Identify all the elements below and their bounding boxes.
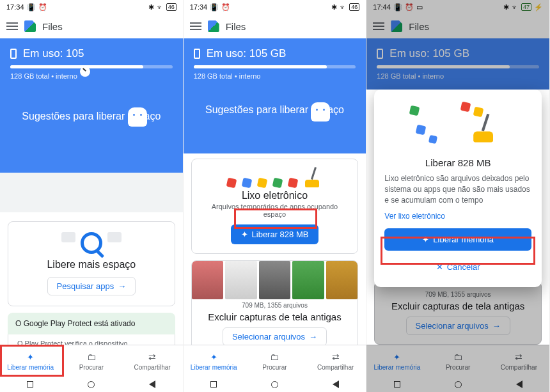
- recent-apps-button[interactable]: [27, 381, 33, 388]
- cursor-knob: [80, 67, 90, 77]
- nav-clean[interactable]: ✦ Liberar memória: [184, 345, 244, 377]
- vibrate-icon: 📳: [27, 3, 36, 12]
- charging-icon: ⚡: [534, 3, 543, 12]
- select-files-button[interactable]: Selecionar arquivos →: [223, 327, 327, 346]
- nav-share[interactable]: ⇄ Compartilhar: [305, 345, 366, 377]
- folder-icon: 🗀: [452, 351, 464, 363]
- confirm-dialog: Liberar 828 MB Lixo eletrônico são arqui…: [374, 90, 542, 287]
- cancel-button[interactable]: ✕ Cancelar: [384, 256, 531, 278]
- thumb[interactable]: [259, 261, 291, 299]
- nav-clean[interactable]: ✦ Liberar memória: [0, 345, 61, 377]
- select-files-label: Selecionar arquivos: [416, 321, 489, 331]
- folder-icon: 🗀: [269, 351, 280, 363]
- app-bar: Files: [366, 14, 549, 38]
- battery-icon: 47: [521, 3, 531, 11]
- back-button[interactable]: [149, 380, 155, 388]
- folder-icon: 🗀: [86, 351, 97, 363]
- storage-hero: Em uso: 105 GB 128 GB total • interno Su…: [184, 38, 366, 153]
- app-title: Files: [42, 21, 63, 32]
- screenshots-card: 709 MB, 1355 arquivos Excluir capturas d…: [191, 260, 359, 356]
- confirm-free-label: Liberar memória: [433, 235, 494, 244]
- search-apps-button[interactable]: Pesquisar apps →: [47, 277, 136, 295]
- magnifier-icon: [81, 232, 102, 254]
- nav-browse[interactable]: 🗀 Procurar: [61, 345, 122, 377]
- bluetooth-icon: ✱: [503, 3, 509, 12]
- phone-icon: [194, 49, 200, 59]
- files-logo-icon: [391, 20, 402, 32]
- view-junk-link[interactable]: Ver lixo eletrônico: [384, 212, 531, 221]
- thumb[interactable]: [326, 261, 358, 299]
- screenshots-card-bg: 709 MB, 1355 arquivos Excluir capturas d…: [374, 281, 542, 345]
- sparkle-icon: ✦: [241, 230, 248, 239]
- dialog-illustration: [384, 101, 531, 152]
- screenshots-caption: 709 MB, 1355 arquivos: [382, 291, 533, 298]
- arrow-icon: →: [309, 332, 317, 341]
- broom-icon: [304, 167, 322, 187]
- vibrate-icon: 📳: [393, 3, 402, 12]
- share-icon: ⇄: [330, 351, 342, 363]
- dialog-description: Lixo eletrônico são arquivos deixados pe…: [384, 173, 531, 205]
- arrow-icon: →: [492, 321, 501, 331]
- select-files-label: Selecionar arquivos: [232, 332, 305, 341]
- nav-share[interactable]: ⇄ Compartilhar: [122, 345, 182, 377]
- screen-3: 17:44 📳 ⏰ ▭ ✱ ᯤ 47 ⚡ Files Em uso: 105 G…: [366, 0, 550, 392]
- menu-icon[interactable]: [190, 22, 201, 30]
- recent-apps-button[interactable]: [210, 381, 217, 388]
- storage-hero: Em uso: 105 GB 128 GB total • interno: [366, 38, 549, 90]
- phone-icon: [377, 49, 383, 59]
- vibrate-icon: 📳: [210, 3, 219, 12]
- back-button[interactable]: [333, 380, 339, 388]
- storage-usage-text: Em uso: 105: [23, 47, 84, 60]
- storage-bar: [10, 65, 173, 68]
- menu-icon[interactable]: [6, 22, 18, 30]
- storage-bar: [377, 65, 539, 68]
- status-bar: 17:44 📳 ⏰ ▭ ✱ ᯤ 47 ⚡: [366, 0, 549, 14]
- nav-clean[interactable]: ✦ Liberar memória: [366, 345, 427, 377]
- files-logo-icon: [24, 20, 36, 32]
- app-bar: Files: [0, 14, 183, 38]
- status-time: 17:44: [373, 3, 391, 11]
- junk-illustration: [200, 167, 350, 187]
- free-space-button[interactable]: ✦ Liberar 828 MB: [231, 224, 319, 244]
- x-icon: ✕: [436, 262, 443, 272]
- thumb[interactable]: [192, 261, 224, 299]
- suggestions-title: Sugestões para liberar espaço: [10, 111, 173, 122]
- sparkle-icon: ✦: [25, 351, 36, 363]
- thumb[interactable]: [225, 261, 257, 299]
- screenshots-caption: 709 MB, 1355 arquivos: [192, 302, 358, 309]
- screenshots-title: Excluir capturas de tela antigas: [192, 311, 358, 322]
- home-button[interactable]: [88, 381, 95, 388]
- screenshots-title: Excluir capturas de tela antigas: [382, 301, 533, 311]
- storage-sub: 128 GB total • interno: [10, 72, 173, 80]
- nav-clean-label: Liberar memória: [191, 364, 237, 371]
- play-protect-banner: O Google Play Protect está ativado: [8, 313, 175, 334]
- arrow-icon: →: [118, 281, 126, 291]
- select-files-button[interactable]: Selecionar arquivos →: [406, 317, 510, 335]
- storage-hero: Em uso: 105 128 GB total • interno Suges…: [0, 38, 183, 173]
- home-button[interactable]: [271, 381, 278, 388]
- free-space-label: Liberar 828 MB: [252, 230, 309, 239]
- search-apps-label: Pesquisar apps: [57, 281, 114, 291]
- nav-browse[interactable]: 🗀 Procurar: [244, 345, 305, 377]
- storage-usage-text: Em uso: 105 GB: [389, 47, 469, 60]
- menu-icon[interactable]: [373, 22, 384, 30]
- content-lower: Libere mais espaço Pesquisar apps → O Go…: [0, 212, 183, 353]
- signal-icon: ᯤ: [157, 3, 164, 11]
- recent-apps-button[interactable]: [394, 381, 400, 388]
- alarm-icon: ⏰: [221, 3, 230, 12]
- nav-browse[interactable]: 🗀 Procurar: [428, 345, 489, 377]
- screenshot-thumbs: [192, 261, 358, 299]
- alarm-icon: ⏰: [405, 3, 414, 12]
- share-icon: ⇄: [146, 351, 158, 363]
- thumb[interactable]: [292, 261, 324, 299]
- confirm-free-button[interactable]: ✦ Liberar memória: [384, 228, 531, 251]
- mascot-icon: [128, 107, 147, 127]
- alarm-icon: ⏰: [38, 3, 47, 12]
- back-button[interactable]: [516, 380, 522, 388]
- sparkle-icon: ✦: [208, 351, 219, 363]
- home-button[interactable]: [455, 381, 462, 388]
- status-bar: 17:34 📳 ⏰ ✱ ᯤ 46: [0, 0, 183, 14]
- nav-share[interactable]: ⇄ Compartilhar: [489, 345, 549, 377]
- signal-icon: ᯤ: [340, 3, 347, 11]
- share-icon: ⇄: [513, 351, 524, 363]
